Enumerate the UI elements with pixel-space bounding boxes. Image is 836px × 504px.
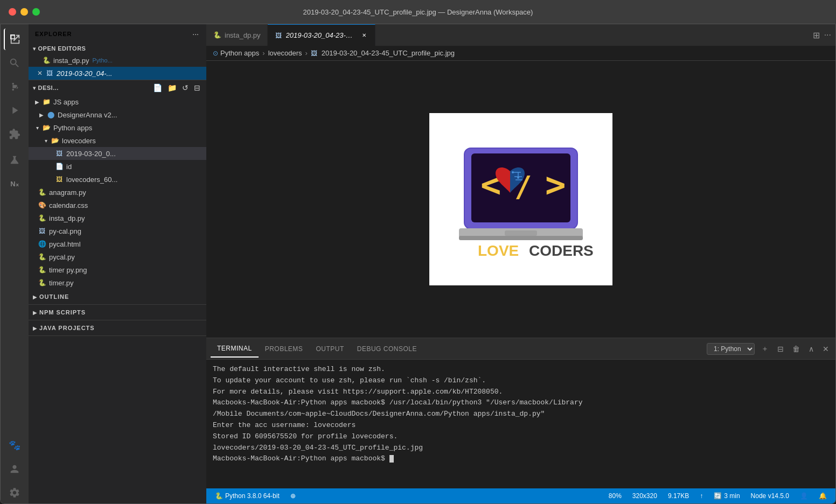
tab-close-button[interactable]: ✕ [360, 31, 368, 40]
collapse-all-button[interactable]: ⊟ [192, 82, 202, 93]
new-folder-button[interactable]: 📁 [166, 82, 178, 93]
svg-text:>: > [545, 165, 566, 205]
python-apps-label: Python apps [53, 124, 92, 132]
split-terminal-button[interactable]: ⊟ [775, 344, 786, 354]
open-editor-jpg[interactable]: ✕ 🖼 2019-03-20_04-... [29, 67, 206, 80]
tab-py-icon: 🐍 [213, 31, 221, 39]
split-editor-button[interactable]: ⊞ [813, 30, 820, 40]
breadcrumb-python-apps[interactable]: Python apps [220, 49, 259, 57]
activity-test[interactable] [4, 149, 25, 171]
main-window: Nₓ 🐾 EXPLORER ··· ▾ OPEN EDITORS [0, 24, 836, 504]
lovecoders60-label: lovecoders_60... [66, 176, 117, 184]
more-actions-button[interactable]: ··· [824, 30, 831, 40]
activity-run[interactable] [4, 100, 25, 121]
sidebar-actions[interactable]: ··· [191, 29, 200, 39]
activity-scm[interactable] [4, 76, 25, 97]
tab-insta-dp[interactable]: 🐍 insta_dp.py [206, 24, 268, 46]
tree-item-lovecoders60[interactable]: 🖼 lovecoders_60... [29, 173, 206, 186]
editor-actions[interactable]: ⊞ ··· [809, 24, 835, 46]
status-node[interactable]: Node v14.5.0 [749, 492, 791, 500]
tree-item-timerpy[interactable]: 🐍 timer.py [29, 276, 206, 289]
pycalpy-icon: 🐍 [37, 252, 47, 262]
python-apps-folder-icon: 📂 [41, 123, 51, 132]
terminal-up-button[interactable]: ∧ [806, 344, 816, 354]
status-arrow[interactable]: ↑ [698, 492, 705, 500]
outline-header[interactable]: ▶ OUTLINE [29, 289, 206, 304]
timerpy-icon: 🐍 [37, 278, 47, 288]
maximize-button[interactable] [32, 8, 40, 16]
window-controls[interactable] [9, 8, 40, 16]
terminal-close-button[interactable]: ✕ [820, 344, 831, 354]
svg-rect-15 [505, 230, 537, 236]
timerpy-label: timer.py [49, 279, 74, 287]
main-content: 🐍 insta_dp.py 🖼 2019-03-20_04-23-45_UTC_… [206, 24, 835, 503]
tree-item-js-apps[interactable]: ▶ 📁 JS apps [29, 95, 206, 108]
terminal-controls[interactable]: 1: Python ＋ ⊟ 🗑 ∧ ✕ [707, 343, 831, 355]
activity-explorer[interactable] [4, 29, 25, 50]
outline-title: OUTLINE [39, 293, 202, 300]
tree-item-lovecoders[interactable]: ▾ 📂 lovecoders [29, 134, 206, 147]
tree-item-calendar[interactable]: 🎨 calendar.css [29, 199, 206, 212]
chevron-icon: ▾ [33, 46, 36, 52]
account-status-icon: 👤 [800, 492, 808, 500]
tree-item-designeranna[interactable]: ▶ ⬤ DesignerAnna v2... [29, 108, 206, 121]
delete-terminal-button[interactable]: 🗑 [790, 344, 802, 354]
tree-item-insta[interactable]: 🐍 insta_dp.py [29, 212, 206, 225]
svg-text:CODERS: CODERS [529, 242, 594, 259]
tree-item-timerpng[interactable]: 🐍 timer py.png [29, 263, 206, 276]
close-icon-editor[interactable]: ✕ [37, 69, 43, 77]
desi-toolbar[interactable]: 📄 📁 ↺ ⊟ [151, 82, 202, 93]
terminal-instance-select[interactable]: 1: Python [707, 343, 755, 355]
activity-paw[interactable]: 🐾 [4, 435, 25, 456]
terminal-tab-bar: TERMINAL PROBLEMS OUTPUT DEBUG CONSOLE 1… [206, 338, 835, 360]
tree-item-anagram[interactable]: 🐍 anagram.py [29, 186, 206, 199]
tree-item-pycalhtml[interactable]: 🌐 pycal.html [29, 237, 206, 250]
status-globe[interactable]: ⊕ [288, 492, 298, 500]
py-file-icon: 🐍 [41, 55, 51, 65]
timerpng-label: timer py.png [49, 266, 87, 274]
tree-item-pycalpng[interactable]: 🖼 py-cal.png [29, 225, 206, 237]
terminal-tab-output[interactable]: OUTPUT [309, 341, 350, 357]
terminal-line-9: Macbooks-MacBook-Air:Python apps macbook… [213, 453, 829, 465]
open-editors-header[interactable]: ▾ OPEN EDITORS [29, 43, 206, 54]
terminal-tab-debug[interactable]: DEBUG CONSOLE [351, 341, 423, 357]
refresh-button[interactable]: ↺ [180, 82, 190, 93]
close-button[interactable] [9, 8, 16, 16]
node-version: Node v14.5.0 [751, 492, 789, 500]
activity-extensions[interactable] [4, 123, 25, 145]
status-dimensions[interactable]: 320x320 [630, 492, 659, 500]
activity-nx[interactable]: Nₓ [4, 173, 25, 194]
status-account[interactable]: 👤 [798, 492, 810, 500]
activity-search[interactable] [4, 52, 25, 74]
activity-settings[interactable] [4, 482, 25, 503]
sidebar-more-button[interactable]: ··· [191, 29, 200, 39]
open-editor-insta[interactable]: 🐍 insta_dp.py Pytho... [29, 54, 206, 67]
tree-item-id[interactable]: 📄 id [29, 160, 206, 173]
terminal-tab-terminal[interactable]: TERMINAL [211, 340, 259, 358]
tree-item-python-apps[interactable]: ▾ 📂 Python apps [29, 121, 206, 134]
status-python[interactable]: 🐍 Python 3.8.0 64-bit [213, 492, 282, 500]
breadcrumb-lovecoders[interactable]: lovecoders [268, 49, 302, 57]
python-apps-chevron: ▾ [33, 125, 41, 131]
terminal-content[interactable]: The default interactive shell is now zsh… [206, 360, 835, 488]
status-bell[interactable]: 🔔 [817, 492, 829, 500]
tree-item-profile-pic[interactable]: 🖼 2019-03-20_0... [29, 147, 206, 160]
minimize-button[interactable] [20, 8, 28, 16]
breadcrumb-filename[interactable]: 2019-03-20_04-23-45_UTC_profile_pic.jpg [322, 49, 455, 57]
npm-header[interactable]: ▶ NPM SCRIPTS [29, 305, 206, 320]
terminal-tab-problems[interactable]: PROBLEMS [259, 341, 310, 357]
sync-time: 3 min [724, 492, 740, 500]
status-zoom[interactable]: 80% [607, 492, 624, 500]
new-file-button[interactable]: 📄 [151, 82, 164, 93]
desi-header[interactable]: ▾ DESI... 📄 📁 ↺ ⊟ [29, 80, 206, 95]
new-terminal-button[interactable]: ＋ [759, 343, 771, 355]
tree-item-pycalpy[interactable]: 🐍 pycal.py [29, 250, 206, 263]
tab-profile-pic[interactable]: 🖼 2019-03-20_04-23-45_UTC_profile_pic.jp… [268, 24, 375, 46]
explorer-content: ▾ OPEN EDITORS 🐍 insta_dp.py Pytho... ✕ … [29, 43, 206, 503]
tab-jpg-icon: 🖼 [274, 31, 283, 40]
breadcrumb-sep-1: › [262, 49, 264, 57]
java-header[interactable]: ▶ JAVA PROJECTS [29, 320, 206, 335]
status-sync[interactable]: 🔄 3 min [712, 492, 742, 500]
status-filesize[interactable]: 9.17KB [666, 492, 691, 500]
activity-account[interactable] [4, 458, 25, 480]
